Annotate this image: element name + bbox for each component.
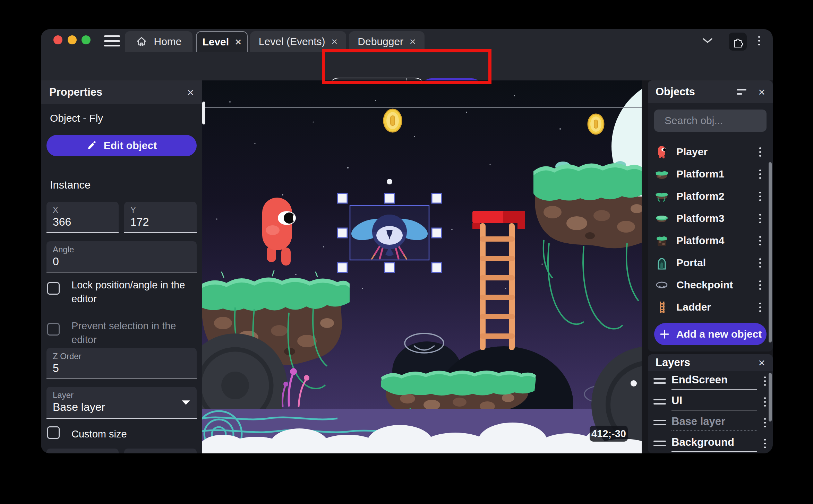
tab-home[interactable]: Home <box>125 31 192 52</box>
object-menu-icon[interactable] <box>757 278 763 292</box>
layers-header: Layers × <box>648 354 773 371</box>
objects-header: Objects × <box>648 80 773 103</box>
object-menu-icon[interactable] <box>757 256 763 270</box>
platform2-object-icon <box>654 189 669 204</box>
prevent-selection-label[interactable]: Prevent selection in the editor <box>71 319 193 347</box>
y-field: Y <box>124 202 197 233</box>
edit-object-button[interactable]: Edit object <box>46 135 197 156</box>
traffic-light-zoom[interactable] <box>82 35 91 44</box>
filter-icon[interactable] <box>737 89 746 95</box>
properties-title: Properties <box>49 86 102 98</box>
custom-size-label[interactable]: Custom size <box>71 427 193 441</box>
layer-row-background[interactable]: Background <box>651 434 768 453</box>
y-input[interactable] <box>130 215 190 228</box>
prevent-selection-checkbox[interactable] <box>47 323 60 336</box>
object-row-platform1[interactable]: Platform1 <box>651 164 766 184</box>
drag-handle-icon[interactable] <box>653 441 666 446</box>
object-row-player[interactable]: Player <box>651 141 766 162</box>
instance-heading: Instance <box>50 179 91 191</box>
tab-debugger[interactable]: Debugger × <box>349 31 425 52</box>
layer-menu-icon[interactable] <box>762 374 768 388</box>
object-row-portal[interactable]: Portal <box>651 252 766 273</box>
content-area: Properties × Object - Fly Edit object In… <box>41 80 773 453</box>
object-row-ladder[interactable]: Ladder <box>651 297 766 318</box>
object-menu-icon[interactable] <box>757 234 763 247</box>
ladder-object-icon <box>654 299 669 315</box>
toolbar: Preview Publish <box>41 52 773 80</box>
layer-select[interactable]: Layer Base layer <box>46 387 197 419</box>
plus-icon <box>659 329 670 340</box>
objects-search <box>654 110 767 132</box>
home-icon <box>136 36 147 47</box>
coin <box>384 109 402 132</box>
object-menu-icon[interactable] <box>757 190 763 203</box>
tab-label: Home <box>154 36 181 47</box>
platform3-object-icon <box>654 211 669 226</box>
scene-artwork <box>202 80 642 453</box>
layer-menu-icon[interactable] <box>762 437 768 450</box>
height-field-stub <box>124 449 197 453</box>
object-heading: Object - Fly <box>50 112 103 124</box>
caret-down-icon <box>181 400 190 405</box>
drag-handle-icon[interactable] <box>653 378 666 384</box>
object-row-checkpoint[interactable]: Checkpoint <box>651 275 766 295</box>
coin <box>588 114 604 134</box>
tab-level[interactable]: Level × <box>196 31 248 52</box>
player-object-icon <box>654 144 669 159</box>
properties-header: Properties × <box>41 80 202 104</box>
z-order-field-label: Z Order <box>53 351 190 361</box>
close-icon[interactable]: × <box>758 86 765 98</box>
drag-handle-icon[interactable] <box>653 420 666 425</box>
layer-menu-icon[interactable] <box>762 416 768 429</box>
edit-object-label: Edit object <box>104 140 157 151</box>
object-menu-icon[interactable] <box>757 167 763 181</box>
objects-panel: Objects × Player Platform1 Platform2 <box>648 80 773 351</box>
close-icon[interactable]: × <box>187 86 194 98</box>
z-order-input[interactable] <box>53 361 190 375</box>
angle-field: Angle <box>46 241 197 272</box>
rotation-handle[interactable] <box>387 179 392 184</box>
tab-level-events[interactable]: Level (Events) × <box>250 31 346 52</box>
puzzle-icon[interactable] <box>729 33 747 51</box>
object-row-platform4[interactable]: Platform4 <box>651 230 766 251</box>
chevron-down-icon[interactable] <box>700 35 715 46</box>
object-menu-icon[interactable] <box>757 212 763 225</box>
add-object-button[interactable]: Add a new object <box>654 323 767 345</box>
lock-position-checkbox[interactable] <box>47 282 60 295</box>
scene-canvas[interactable]: 412;-30 <box>202 80 642 453</box>
custom-size-checkbox[interactable] <box>47 426 60 439</box>
layers-scrollbar[interactable] <box>769 373 772 422</box>
layer-menu-icon[interactable] <box>762 395 768 409</box>
object-row-platform2[interactable]: Platform2 <box>651 186 766 207</box>
close-tab-icon[interactable]: × <box>410 36 416 47</box>
z-order-field: Z Order <box>46 348 197 379</box>
traffic-light-minimize[interactable] <box>68 35 77 44</box>
width-field-stub <box>46 449 119 453</box>
pencil-icon <box>86 140 97 151</box>
canvas-scrollbar[interactable] <box>202 102 205 124</box>
coordinate-badge: 412;-30 <box>590 426 628 442</box>
layer-row-base-layer[interactable]: Base layer <box>651 413 768 432</box>
object-row-platform3[interactable]: Platform3 <box>651 208 766 229</box>
objects-search-input[interactable] <box>665 115 773 127</box>
object-menu-icon[interactable] <box>757 145 763 159</box>
close-tab-icon[interactable]: × <box>235 37 241 47</box>
objects-scrollbar[interactable] <box>769 162 772 342</box>
kebab-menu-icon[interactable] <box>756 34 762 47</box>
hamburger-menu-icon[interactable] <box>104 35 120 46</box>
angle-input[interactable] <box>53 254 190 268</box>
lock-position-label[interactable]: Lock position/angle in the editor <box>71 278 193 306</box>
drag-handle-icon[interactable] <box>653 399 666 405</box>
traffic-light-close[interactable] <box>53 35 62 44</box>
x-input[interactable] <box>53 215 112 228</box>
close-icon[interactable]: × <box>758 357 765 368</box>
layer-row-endscreen[interactable]: EndScreen <box>651 372 768 390</box>
checkpoint-object-icon <box>654 277 669 293</box>
layer-row-ui[interactable]: UI <box>651 392 768 411</box>
object-menu-icon[interactable] <box>757 301 763 314</box>
layers-title: Layers <box>656 356 690 369</box>
close-tab-icon[interactable]: × <box>332 36 338 47</box>
app-window: Home Level × Level (Events) × Debugger × <box>41 29 773 453</box>
tab-label: Debugger <box>358 36 403 47</box>
properties-panel: Properties × Object - Fly Edit object In… <box>41 80 202 453</box>
